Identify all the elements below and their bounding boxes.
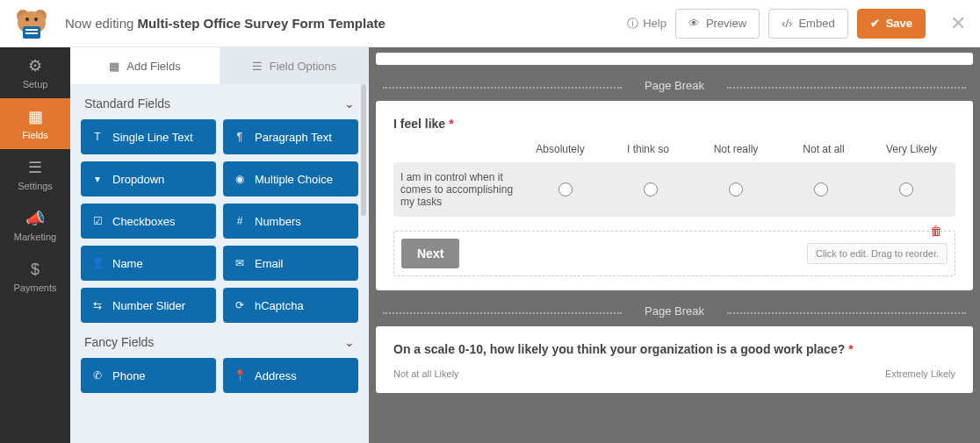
- field-label: Number Slider: [112, 299, 185, 312]
- scale-right-label: Extremely Likely: [885, 368, 955, 379]
- field-label: Numbers: [255, 215, 301, 228]
- field-icon: 👤: [91, 257, 104, 269]
- field-email[interactable]: ✉Email: [223, 246, 358, 281]
- field-multiple-choice[interactable]: ◉Multiple Choice: [223, 161, 358, 196]
- field-label: Address: [255, 369, 297, 382]
- eye-icon: 👁: [688, 17, 700, 30]
- field-icon: #: [234, 215, 246, 227]
- chevron-down-icon: ⌄: [344, 96, 355, 111]
- card-stub: [376, 53, 973, 65]
- options-icon: ☰: [252, 60, 263, 73]
- edit-hint: Click to edit. Drag to reorder.: [807, 243, 948, 264]
- question-label: I feel like*: [393, 117, 955, 131]
- section-standard-fields[interactable]: Standard Fields ⌄: [81, 84, 358, 119]
- grid-icon: ▦: [109, 60, 119, 73]
- field-icon: ⟳: [234, 299, 246, 311]
- field-label: Paragraph Text: [255, 131, 332, 144]
- likert-col: Absolutely: [516, 143, 604, 155]
- svg-rect-5: [25, 32, 38, 34]
- field-icon: ⇆: [91, 299, 104, 311]
- field-name[interactable]: 👤Name: [81, 246, 216, 281]
- check-icon: ✔: [870, 17, 880, 30]
- field-icon: ¶: [234, 131, 246, 143]
- svg-point-7: [34, 18, 38, 21]
- radio-input[interactable]: [644, 182, 658, 196]
- help-icon: ⓘ: [627, 16, 638, 32]
- likert-col: I think so: [604, 143, 692, 155]
- field-icon: ☑: [91, 215, 104, 227]
- likert-col: Not really: [692, 143, 780, 155]
- tab-field-options[interactable]: ☰ Field Options: [220, 47, 369, 84]
- field-hcaptcha[interactable]: ⟳hCaptcha: [223, 288, 358, 323]
- nav-setup[interactable]: ⚙ Setup: [0, 47, 70, 98]
- nav-rail: ⚙ Setup ▦ Fields ☰ Settings 📣 Marketing …: [0, 47, 70, 443]
- form-icon: ▦: [28, 107, 43, 126]
- field-label: Multiple Choice: [255, 173, 333, 186]
- save-button[interactable]: ✔ Save: [857, 9, 926, 39]
- field-icon: ✉: [234, 257, 246, 269]
- field-icon: ▾: [91, 173, 104, 185]
- nav-settings[interactable]: ☰ Settings: [0, 149, 70, 200]
- field-icon: ◉: [234, 173, 246, 185]
- next-button[interactable]: Next: [401, 239, 459, 268]
- likert-row-label: I am in control when it comes to accompl…: [400, 171, 523, 208]
- preview-button[interactable]: 👁 Preview: [675, 9, 760, 39]
- form-canvas: Page Break I feel like* Absolutely I thi…: [369, 47, 980, 443]
- gear-icon: ⚙: [28, 56, 42, 75]
- page-break: Page Break: [376, 72, 973, 101]
- code-icon: ‹/›: [782, 17, 792, 30]
- tab-add-fields[interactable]: ▦ Add Fields: [70, 47, 220, 84]
- scale-question-card[interactable]: On a scale 0-10, how likely you think yo…: [376, 326, 973, 393]
- radio-input[interactable]: [899, 182, 913, 196]
- chevron-down-icon: ⌄: [344, 335, 355, 349]
- nav-payments[interactable]: $ Payments: [0, 251, 70, 302]
- field-address[interactable]: 📍Address: [223, 358, 358, 393]
- field-single-line-text[interactable]: TSingle Line Text: [81, 119, 216, 154]
- field-icon: T: [91, 131, 104, 143]
- field-icon: ✆: [91, 369, 104, 382]
- page-break: Page Break: [376, 297, 973, 326]
- megaphone-icon: 📣: [25, 209, 45, 228]
- app-logo: [7, 6, 56, 41]
- field-label: Email: [255, 257, 284, 270]
- likert-col: Not at all: [780, 143, 868, 155]
- field-phone[interactable]: ✆Phone: [81, 358, 216, 393]
- field-label: Checkboxes: [112, 215, 176, 228]
- field-icon: 📍: [234, 369, 246, 382]
- section-fancy-fields[interactable]: Fancy Fields ⌄: [81, 323, 358, 358]
- likert-question-card[interactable]: I feel like* Absolutely I think so Not r…: [376, 101, 973, 290]
- next-button-block[interactable]: Next 🗑 Click to edit. Drag to reorder.: [393, 231, 955, 276]
- scale-left-label: Not at all Likely: [393, 368, 459, 379]
- field-checkboxes[interactable]: ☑Checkboxes: [81, 204, 216, 239]
- field-label: Name: [112, 257, 143, 270]
- radio-input[interactable]: [558, 182, 573, 196]
- field-label: Single Line Text: [112, 131, 193, 144]
- nav-fields[interactable]: ▦ Fields: [0, 98, 70, 149]
- help-link[interactable]: ⓘ Help: [627, 16, 667, 32]
- embed-button[interactable]: ‹/› Embed: [768, 9, 847, 39]
- field-dropdown[interactable]: ▾Dropdown: [81, 161, 216, 196]
- radio-input[interactable]: [729, 182, 743, 196]
- field-label: Dropdown: [112, 173, 164, 186]
- field-numbers[interactable]: #Numbers: [223, 204, 358, 239]
- field-label: hCaptcha: [255, 299, 304, 312]
- sliders-icon: ☰: [28, 158, 42, 177]
- nav-marketing[interactable]: 📣 Marketing: [0, 200, 70, 251]
- svg-point-6: [25, 18, 29, 21]
- close-icon[interactable]: ✕: [950, 12, 966, 35]
- side-panel: ▦ Add Fields ☰ Field Options Standard Fi…: [70, 47, 369, 443]
- question-label: On a scale 0-10, how likely you think yo…: [393, 342, 955, 356]
- trash-icon[interactable]: 🗑: [930, 224, 942, 238]
- field-paragraph-text[interactable]: ¶Paragraph Text: [223, 119, 358, 154]
- field-number-slider[interactable]: ⇆Number Slider: [81, 288, 216, 323]
- page-title: Now editing Multi-step Office Survey For…: [56, 16, 627, 31]
- field-label: Phone: [112, 369, 146, 382]
- dollar-icon: $: [31, 261, 40, 279]
- svg-rect-4: [25, 29, 38, 31]
- radio-input[interactable]: [814, 182, 828, 196]
- likert-col: Very Likely: [868, 143, 955, 155]
